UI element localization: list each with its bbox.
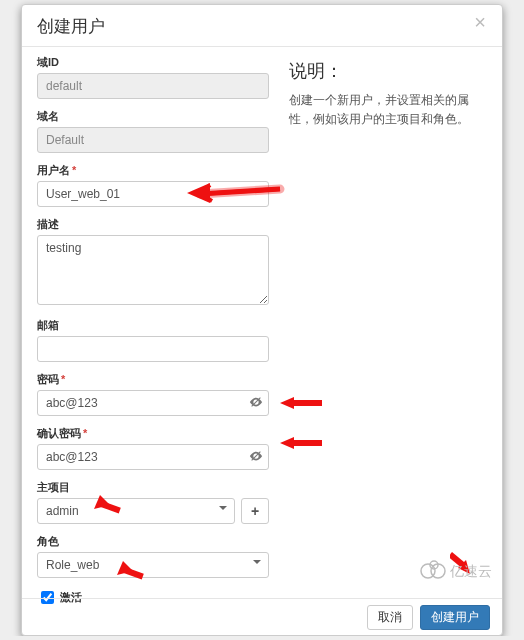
project-label: 主项目	[37, 480, 269, 495]
project-select[interactable]	[37, 498, 235, 524]
create-user-modal: 创建用户 × 域ID 域名 用户名* 描述 testing 邮箱	[21, 4, 503, 636]
help-body: 创建一个新用户，并设置相关的属性，例如该用户的主项目和角色。	[289, 91, 487, 129]
confirm-password-input[interactable]	[37, 444, 269, 470]
form-column: 域ID 域名 用户名* 描述 testing 邮箱 密码*	[37, 55, 269, 607]
chevron-down-icon	[219, 506, 227, 514]
modal-header: 创建用户 ×	[22, 5, 502, 47]
password-visibility-icon[interactable]	[249, 395, 263, 412]
role-select[interactable]	[37, 552, 269, 578]
cancel-button[interactable]: 取消	[367, 605, 413, 630]
domain-name-input	[37, 127, 269, 153]
modal-title: 创建用户	[37, 15, 487, 38]
add-project-button[interactable]: +	[241, 498, 269, 524]
confirm-password-visibility-icon[interactable]	[249, 449, 263, 466]
domain-id-label: 域ID	[37, 55, 269, 70]
chevron-down-icon	[253, 560, 261, 568]
description-label: 描述	[37, 217, 269, 232]
help-title: 说明：	[289, 59, 487, 83]
watermark: 亿速云	[418, 558, 498, 587]
username-label: 用户名*	[37, 163, 269, 178]
email-input[interactable]	[37, 336, 269, 362]
email-label: 邮箱	[37, 318, 269, 333]
password-label: 密码*	[37, 372, 269, 387]
help-column: 说明： 创建一个新用户，并设置相关的属性，例如该用户的主项目和角色。	[269, 55, 487, 607]
modal-body: 域ID 域名 用户名* 描述 testing 邮箱 密码*	[22, 47, 502, 607]
close-button[interactable]: ×	[468, 11, 492, 33]
domain-name-label: 域名	[37, 109, 269, 124]
svg-text:亿速云: 亿速云	[449, 564, 492, 579]
modal-footer: 取消 创建用户	[22, 598, 502, 636]
username-input[interactable]	[37, 181, 269, 207]
password-input[interactable]	[37, 390, 269, 416]
submit-button[interactable]: 创建用户	[420, 605, 490, 630]
domain-id-input	[37, 73, 269, 99]
description-textarea[interactable]: testing	[37, 235, 269, 305]
confirm-password-label: 确认密码*	[37, 426, 269, 441]
role-label: 角色	[37, 534, 269, 549]
